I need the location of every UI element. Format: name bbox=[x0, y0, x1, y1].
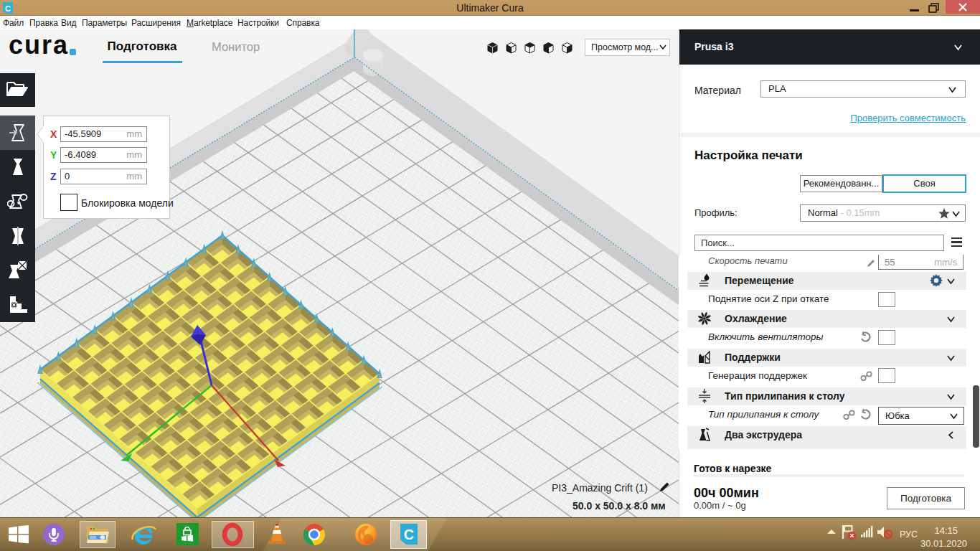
svg-text:C: C bbox=[404, 527, 414, 542]
